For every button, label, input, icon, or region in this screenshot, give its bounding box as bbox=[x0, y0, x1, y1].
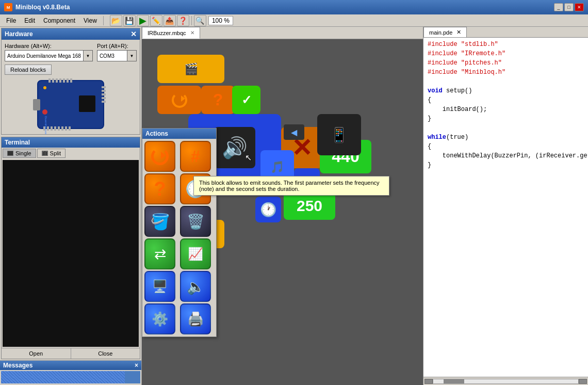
help-button[interactable]: ❓ bbox=[177, 15, 189, 26]
editor-tab[interactable]: IRBuzzer.mbqc ✕ bbox=[142, 27, 200, 39]
toolbar-separator bbox=[103, 16, 104, 25]
action-question-button[interactable]: ? bbox=[144, 173, 175, 204]
close-button[interactable]: ✕ bbox=[575, 3, 584, 11]
menu-component[interactable]: Component bbox=[39, 16, 79, 25]
hardware-select[interactable]: Arduino Duemilanove Mega 168 ▼ bbox=[5, 50, 93, 61]
trash-icon: 🗑️ bbox=[187, 213, 205, 230]
edit-button[interactable]: ✏️ bbox=[150, 15, 162, 26]
tooltip-text: This block allows to emit sounds. The fi… bbox=[199, 180, 380, 192]
upload-button[interactable]: 📤 bbox=[164, 15, 176, 26]
num-250-block[interactable]: 250 bbox=[284, 191, 335, 220]
arduino-reset bbox=[42, 109, 47, 115]
scroll-thumb[interactable] bbox=[444, 379, 464, 383]
code-tab-main[interactable]: main.pde ✕ bbox=[423, 27, 467, 37]
hash-icon: # bbox=[191, 147, 200, 166]
hardware-title-bar: Hardware ✕ bbox=[2, 28, 140, 40]
action-switch-button[interactable]: ⇄ bbox=[144, 238, 175, 269]
hardware-close-button[interactable]: ✕ bbox=[130, 30, 137, 38]
code-line-14: } bbox=[428, 161, 584, 170]
check-block[interactable]: ✓ bbox=[232, 86, 260, 114]
arduino-pins-left bbox=[102, 86, 106, 103]
hardware-value: Arduino Duemilanove Mega 168 bbox=[5, 53, 83, 59]
terminal-tab-single[interactable]: Single bbox=[3, 149, 36, 158]
menu-file[interactable]: File bbox=[2, 16, 20, 25]
messages-bar: Messages × bbox=[0, 360, 141, 385]
hardware-section: Hardware ✕ Hardware (Alt+W): Arduino Due… bbox=[1, 28, 140, 135]
save-button[interactable]: 💾 bbox=[123, 15, 136, 26]
zoom-icon[interactable]: 🔍 bbox=[194, 15, 206, 26]
scroll-track[interactable] bbox=[433, 379, 579, 384]
hardware-body: Hardware (Alt+W): Arduino Duemilanove Me… bbox=[2, 40, 140, 134]
action-rotate-button[interactable] bbox=[144, 141, 175, 172]
terminal-tabs: Single Split bbox=[2, 148, 140, 159]
cylinder-icon: 🪣 bbox=[151, 213, 170, 231]
clock-block[interactable]: 🕐 bbox=[255, 197, 281, 222]
code-line-2: #include "IRremote.h" bbox=[428, 49, 584, 58]
arduino-chip bbox=[79, 95, 95, 112]
hardware-row: Hardware (Alt+W): Arduino Duemilanove Me… bbox=[5, 43, 137, 61]
editor-tab-label: IRBuzzer.mbqc bbox=[148, 30, 186, 36]
port-dropdown-arrow[interactable]: ▼ bbox=[127, 51, 136, 61]
open-terminal-button[interactable]: Open bbox=[2, 348, 71, 359]
window-controls[interactable]: _ □ ✕ bbox=[554, 3, 584, 11]
single-icon bbox=[7, 151, 13, 156]
minimize-button[interactable]: _ bbox=[554, 3, 563, 11]
messages-stripes bbox=[1, 371, 140, 383]
reload-blocks-button[interactable]: Reload blocks bbox=[5, 65, 52, 75]
hardware-dropdown-arrow[interactable]: ▼ bbox=[83, 51, 92, 61]
arduino-usb bbox=[33, 99, 40, 110]
menu-view[interactable]: View bbox=[79, 16, 101, 25]
ir-block[interactable]: 📱 bbox=[317, 114, 361, 155]
action-trash-button[interactable]: 🗑️ bbox=[180, 206, 211, 237]
zoom-level: 100 % bbox=[208, 16, 233, 25]
action-printer-button[interactable]: 🖨️ bbox=[180, 303, 211, 334]
printer-icon: 🖨️ bbox=[187, 311, 204, 327]
action-monitor-button[interactable]: 🖥️ bbox=[144, 271, 175, 302]
terminal-title-bar: Terminal bbox=[2, 137, 140, 148]
terminal-tab-split[interactable]: Split bbox=[37, 149, 66, 158]
loop-block[interactable]: 🎬 bbox=[157, 55, 224, 83]
code-line-1: #include "stdlib.h" bbox=[428, 40, 584, 49]
open-button[interactable]: 📂 bbox=[110, 15, 122, 26]
menu-edit[interactable]: Edit bbox=[20, 16, 39, 25]
terminal-section: Terminal Single Split Open Close bbox=[1, 137, 140, 359]
messages-title-bar: Messages × bbox=[0, 361, 141, 370]
code-tab-label: main.pde bbox=[429, 29, 452, 36]
messages-content bbox=[1, 371, 140, 383]
code-tab-bar: main.pde ✕ bbox=[423, 27, 588, 38]
circular-block[interactable] bbox=[157, 86, 201, 114]
tab-single-label: Single bbox=[15, 150, 31, 156]
run-button[interactable]: ▶ bbox=[137, 15, 149, 26]
code-editor-body: #include "stdlib.h" #include "IRremote.h… bbox=[423, 38, 588, 377]
code-tab-close[interactable]: ✕ bbox=[456, 29, 461, 36]
question-block[interactable]: ? bbox=[201, 86, 235, 114]
port-select[interactable]: COM3 ▼ bbox=[97, 50, 137, 61]
code-horizontal-scrollbar[interactable] bbox=[423, 377, 588, 385]
messages-close-button[interactable]: × bbox=[135, 362, 138, 369]
messages-label: Messages bbox=[3, 362, 32, 369]
action-chart-button[interactable]: 📈 bbox=[180, 238, 211, 269]
gear-icon: ⚙️ bbox=[152, 311, 168, 327]
editor-tab-close[interactable]: ✕ bbox=[190, 30, 194, 36]
maximize-button[interactable]: □ bbox=[564, 3, 574, 11]
arrow-right-block[interactable]: ◀ bbox=[284, 124, 304, 140]
action-hash-button[interactable]: # bbox=[180, 141, 211, 172]
actions-title-bar: Actions bbox=[142, 129, 216, 139]
toolbar: 📂 💾 ▶ ✏️ 📤 ❓ bbox=[110, 15, 189, 26]
code-line-12: { bbox=[428, 142, 584, 151]
tab-split-label: Split bbox=[50, 150, 61, 156]
action-speaker-button[interactable]: 🔈 bbox=[180, 271, 211, 302]
code-line-9: } bbox=[428, 114, 584, 123]
tab-bar: IRBuzzer.mbqc ✕ bbox=[142, 27, 423, 39]
action-cylinder-button[interactable]: 🪣 bbox=[144, 206, 175, 237]
action-gear-button[interactable]: ⚙️ bbox=[144, 303, 175, 334]
code-line-10 bbox=[428, 123, 584, 133]
code-line-4: #include "Minibloq.h" bbox=[428, 68, 584, 77]
loop-block-icon: 🎬 bbox=[184, 62, 198, 76]
mouse-cursor bbox=[245, 153, 255, 165]
split-icon bbox=[42, 151, 48, 156]
toolbar-separator-2 bbox=[191, 16, 192, 25]
close-terminal-button[interactable]: Close bbox=[71, 348, 140, 359]
hardware-col-port: Port (Alt+R): COM3 ▼ bbox=[97, 43, 137, 61]
code-line-11: while(true) bbox=[428, 133, 584, 142]
